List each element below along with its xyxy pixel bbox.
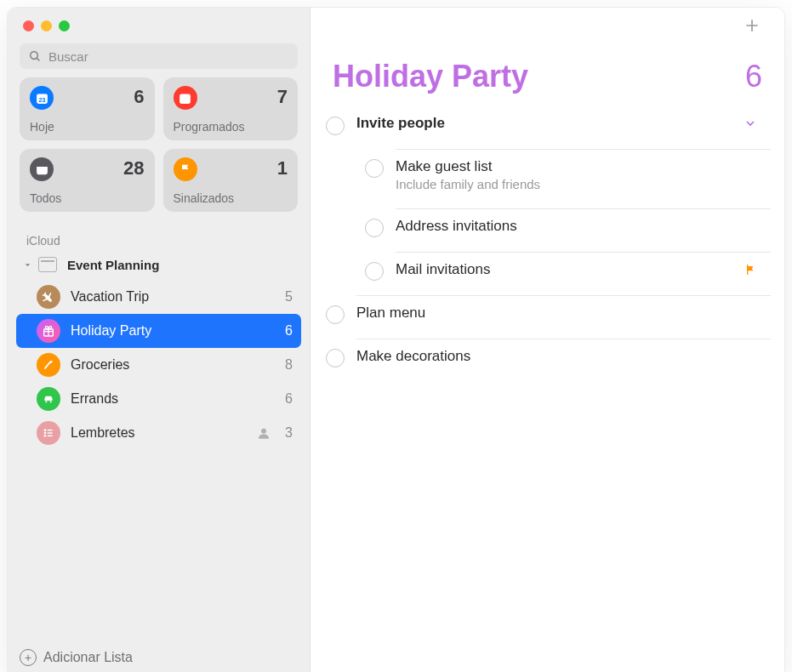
complete-toggle[interactable] — [326, 117, 345, 135]
svg-point-21 — [261, 429, 266, 434]
folder-event-planning[interactable]: Event Planning — [8, 253, 310, 276]
svg-text:23: 23 — [38, 96, 45, 103]
main-toolbar — [311, 8, 784, 43]
search-icon — [28, 49, 42, 63]
smart-today-label: Hoje — [30, 120, 145, 134]
list-count: 3 — [278, 425, 293, 441]
svg-point-13 — [45, 401, 47, 402]
list-name: Errands — [71, 391, 278, 407]
smart-all-count: 28 — [123, 157, 144, 179]
svg-point-8 — [186, 97, 188, 99]
list-count: 6 — [278, 391, 293, 407]
list-name: Holiday Party — [71, 323, 278, 339]
list-name: Lembretes — [71, 425, 256, 441]
reminder-title: Invite people — [356, 115, 738, 132]
lists-container: Vacation Trip 5 Holiday Party 6 Grocerie… — [8, 276, 310, 453]
add-list-button[interactable]: + Adicionar Lista — [8, 640, 310, 672]
list-holiday-party[interactable]: Holiday Party 6 — [16, 314, 301, 348]
reminder-row[interactable]: Make decorations — [326, 339, 776, 382]
reminders-list: Invite people Make guest list Include fa… — [311, 106, 784, 382]
svg-point-14 — [50, 401, 52, 402]
svg-point-7 — [185, 97, 186, 99]
svg-point-17 — [44, 436, 45, 436]
minimize-button[interactable] — [41, 20, 52, 31]
svg-line-1 — [37, 58, 39, 60]
list-count: 5 — [278, 289, 293, 305]
calendar-today-icon: 23 — [30, 86, 54, 110]
smart-scheduled-count: 7 — [277, 86, 288, 108]
search-container — [8, 43, 310, 77]
app-window: 23 6 Hoje 7 Programados — [7, 7, 785, 672]
reminder-row[interactable]: Invite people — [326, 106, 776, 149]
page-count: 6 — [745, 59, 762, 94]
reminder-row[interactable]: Mail invitations — [326, 252, 776, 295]
reminder-title: Address invitations — [396, 218, 762, 235]
chevron-down-icon[interactable] — [738, 115, 762, 132]
folder-icon — [38, 257, 57, 272]
smart-today-count: 6 — [134, 86, 144, 108]
complete-toggle[interactable] — [326, 305, 345, 324]
list-count: 8 — [278, 357, 293, 373]
search-input[interactable] — [20, 43, 298, 69]
tray-icon — [30, 157, 54, 181]
reminder-title: Make guest list — [396, 158, 762, 175]
folder-name: Event Planning — [67, 258, 159, 272]
reminder-row[interactable]: Make guest list Include family and frien… — [326, 149, 776, 208]
smart-lists-grid: 23 6 Hoje 7 Programados — [8, 77, 310, 219]
reminder-row[interactable]: Plan menu — [326, 295, 776, 339]
svg-point-0 — [31, 52, 38, 60]
smart-scheduled[interactable]: 7 Programados — [163, 77, 299, 140]
smart-today[interactable]: 23 6 Hoje — [20, 77, 155, 140]
list-errands[interactable]: Errands 6 — [16, 382, 301, 416]
smart-flagged-label: Sinalizados — [174, 191, 288, 205]
smart-scheduled-label: Programados — [174, 120, 288, 134]
list-name: Vacation Trip — [71, 289, 278, 305]
list-groceries[interactable]: Groceries 8 — [16, 348, 301, 382]
list-name: Groceries — [71, 357, 278, 373]
gift-icon — [37, 319, 60, 343]
sidebar: 23 6 Hoje 7 Programados — [8, 8, 311, 672]
reminder-title: Make decorations — [356, 348, 762, 365]
smart-all-label: Todos — [30, 191, 145, 205]
complete-toggle[interactable] — [365, 262, 384, 281]
svg-point-15 — [44, 430, 45, 430]
chevron-down-icon — [21, 260, 33, 270]
maximize-button[interactable] — [59, 20, 70, 31]
smart-flagged-count: 1 — [277, 157, 288, 179]
calendar-icon — [174, 86, 197, 110]
svg-point-9 — [182, 100, 184, 101]
svg-point-6 — [182, 97, 184, 99]
car-icon — [37, 387, 60, 411]
plus-circle-icon: + — [20, 649, 37, 666]
list-count: 6 — [278, 323, 293, 339]
reminder-row[interactable]: Address invitations — [326, 208, 776, 252]
complete-toggle[interactable] — [365, 159, 384, 178]
reminder-note: Include family and friends — [396, 177, 762, 191]
page-title: Holiday Party — [333, 59, 528, 94]
list-header: Holiday Party 6 — [311, 43, 784, 106]
carrot-icon — [37, 353, 60, 377]
list-icon — [37, 421, 60, 445]
flag-icon — [174, 157, 197, 181]
svg-point-10 — [185, 100, 186, 101]
airplane-icon — [37, 285, 60, 309]
smart-all[interactable]: 28 Todos — [20, 149, 155, 212]
window-titlebar — [8, 8, 310, 43]
new-reminder-button[interactable] — [738, 12, 766, 39]
flag-icon — [738, 261, 762, 278]
smart-flagged[interactable]: 1 Sinalizados — [163, 149, 299, 212]
close-button[interactable] — [23, 20, 34, 31]
svg-point-16 — [44, 432, 45, 433]
shared-icon — [256, 425, 271, 441]
main-content: Holiday Party 6 Invite people — [311, 8, 784, 672]
reminder-title: Mail invitations — [396, 261, 738, 278]
complete-toggle[interactable] — [365, 219, 384, 237]
add-list-label: Adicionar Lista — [43, 650, 133, 665]
complete-toggle[interactable] — [326, 349, 345, 367]
reminder-title: Plan menu — [356, 305, 762, 322]
list-vacation-trip[interactable]: Vacation Trip 5 — [16, 280, 301, 314]
list-lembretes[interactable]: Lembretes 3 — [16, 416, 301, 450]
account-label: iCloud — [8, 219, 310, 253]
